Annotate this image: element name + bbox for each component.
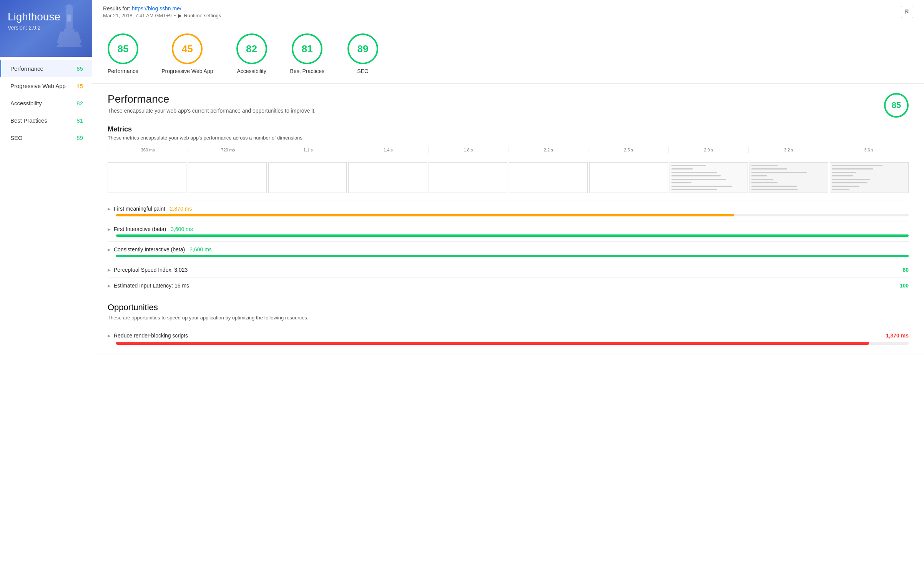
score-item-performance[interactable]: 85Performance — [108, 33, 138, 74]
nav-item-label: Performance — [10, 65, 43, 72]
metric-value: 2,870 ms — [170, 206, 192, 212]
opportunities-desc: These are opportunities to speed up your… — [108, 315, 909, 321]
metric-value: 3,600 ms — [189, 246, 212, 253]
timeline-label: 3.2 s — [748, 147, 828, 153]
sidebar-nav-item-best-practices[interactable]: Best Practices81 — [0, 112, 92, 129]
timeline-label: 1.8 s — [428, 147, 508, 153]
score-circle: 89 — [347, 33, 378, 64]
metric-row-header[interactable]: ▶Consistently Interactive (beta)3,600 ms — [108, 246, 909, 253]
timeline-labels: 360 ms720 ms1.1 s1.4 s1.8 s2.2 s2.5 s2.9… — [108, 147, 909, 153]
score-row-left[interactable]: ▶Perceptual Speed Index: 3,023 — [108, 267, 188, 273]
nav-item-score: 82 — [76, 100, 83, 106]
metric-value: 3,600 ms — [171, 226, 193, 232]
opportunity-row: ▶Reduce render-blocking scripts1,370 ms — [108, 327, 909, 345]
metric-bar-container — [116, 234, 909, 237]
opportunity-bar — [116, 342, 869, 345]
sidebar-navigation: Performance85Progressive Web App45Access… — [0, 57, 92, 585]
app-version: Version: 2.9.2 — [8, 25, 85, 31]
score-label: Performance — [108, 68, 138, 74]
sidebar-nav-item-performance[interactable]: Performance85 — [0, 60, 92, 77]
metric-row-header[interactable]: ▶First Interactive (beta)3,600 ms — [108, 226, 909, 232]
sidebar-nav-item-progressive-web-app[interactable]: Progressive Web App45 — [0, 77, 92, 95]
timeline-frame — [670, 162, 748, 193]
metrics-desc: These metrics encapsulate your web app's… — [108, 135, 909, 141]
results-label-row: Results for: https://blog.sshn.me/ — [103, 5, 221, 12]
score-label: Accessibility — [237, 68, 266, 74]
timeline-frame — [348, 162, 427, 193]
results-date: Mar 21, 2018, 7:41 AM GMT+9 — [103, 13, 172, 18]
scores-row: 85Performance45Progressive Web App82Acce… — [92, 24, 924, 84]
metric-bar — [116, 214, 734, 216]
timeline-label: 3.6 s — [829, 147, 909, 153]
svg-rect-5 — [57, 45, 82, 47]
sidebar: Lighthouse Version: 2.9.2 Performance85P… — [0, 0, 92, 585]
app-title: Lighthouse — [8, 11, 85, 23]
sidebar-header: Lighthouse Version: 2.9.2 — [0, 0, 92, 57]
metric-row-header[interactable]: ▶First meaningful paint2,870 ms — [108, 206, 909, 212]
svg-marker-3 — [57, 32, 82, 43]
score-circle: 81 — [292, 33, 322, 64]
score-row: ▶Perceptual Speed Index: 3,02380 — [108, 262, 909, 278]
play-icon: ▶ — [178, 13, 182, 18]
timeline-frame — [509, 162, 588, 193]
opportunity-row-header[interactable]: ▶Reduce render-blocking scripts1,370 ms — [108, 332, 909, 339]
opportunities-title: Opportunities — [108, 302, 909, 312]
results-url[interactable]: https://blog.sshn.me/ — [132, 5, 181, 12]
metric-row: ▶Consistently Interactive (beta)3,600 ms — [108, 241, 909, 262]
results-date-row: Mar 21, 2018, 7:41 AM GMT+9 • ▶ Runtime … — [103, 13, 221, 18]
timeline-frame — [108, 162, 186, 193]
timeline-frames — [108, 155, 909, 193]
timeline-frame — [750, 162, 828, 193]
chevron-right-icon: ▶ — [108, 268, 111, 272]
score-item-best-practices[interactable]: 81Best Practices — [290, 33, 324, 74]
metric-name: First meaningful paint — [114, 206, 165, 212]
results-label: Results for: — [103, 5, 130, 12]
opportunity-name: Reduce render-blocking scripts — [114, 332, 188, 339]
svg-rect-4 — [58, 43, 80, 45]
sidebar-nav-item-seo[interactable]: SEO89 — [0, 129, 92, 146]
metric-name: First Interactive (beta) — [114, 226, 166, 232]
share-button[interactable]: ⎘ — [901, 6, 913, 18]
score-row: ▶Estimated Input Latency: 16 ms100 — [108, 278, 909, 293]
score-row-left[interactable]: ▶Estimated Input Latency: 16 ms — [108, 283, 189, 289]
score-row-name: Perceptual Speed Index: 3,023 — [114, 267, 188, 273]
score-label: SEO — [357, 68, 369, 74]
runtime-settings-btn[interactable]: ▶ Runtime settings — [178, 13, 221, 18]
timeline-frame — [268, 162, 347, 193]
runtime-label: Runtime settings — [184, 13, 221, 18]
timeline-frame — [429, 162, 507, 193]
nav-item-label: Best Practices — [10, 117, 47, 124]
metric-row: ▶First meaningful paint2,870 ms — [108, 201, 909, 221]
score-item-accessibility[interactable]: 82Accessibility — [236, 33, 267, 74]
performance-section: Performance These encapsulate your web a… — [92, 84, 924, 354]
chevron-right-icon: ▶ — [108, 227, 111, 231]
metric-bar-container — [116, 255, 909, 257]
score-row-score: 100 — [900, 283, 909, 289]
score-rows-container: ▶Perceptual Speed Index: 3,02380▶Estimat… — [108, 262, 909, 293]
score-item-progressive-web-app[interactable]: 45Progressive Web App — [161, 33, 213, 74]
section-header: Performance These encapsulate your web a… — [108, 93, 909, 118]
nav-item-score: 89 — [76, 135, 83, 141]
section-title: Performance — [108, 93, 316, 105]
nav-item-label: Accessibility — [10, 100, 42, 106]
timeline-frame — [830, 162, 909, 193]
sidebar-nav-item-accessibility[interactable]: Accessibility82 — [0, 95, 92, 112]
date-separator: • — [174, 13, 176, 18]
score-row-score: 80 — [902, 267, 909, 273]
timeline-label: 2.9 s — [668, 147, 748, 153]
timeline-label: 720 ms — [188, 147, 268, 153]
chevron-right-icon: ▶ — [108, 207, 111, 211]
nav-item-score: 45 — [76, 83, 83, 89]
score-circle: 45 — [172, 33, 203, 64]
opportunity-value: 1,370 ms — [886, 332, 909, 339]
nav-item-score: 81 — [76, 117, 83, 124]
timeline-container: 360 ms720 ms1.1 s1.4 s1.8 s2.2 s2.5 s2.9… — [108, 147, 909, 193]
timeline-label: 2.5 s — [588, 147, 668, 153]
score-item-seo[interactable]: 89SEO — [347, 33, 378, 74]
timeline-label: 360 ms — [108, 147, 188, 153]
opportunity-rows-container: ▶Reduce render-blocking scripts1,370 ms — [108, 327, 909, 345]
score-label: Progressive Web App — [161, 68, 213, 74]
chevron-right-icon: ▶ — [108, 248, 111, 252]
score-circle: 82 — [236, 33, 267, 64]
nav-item-label: SEO — [10, 135, 23, 141]
